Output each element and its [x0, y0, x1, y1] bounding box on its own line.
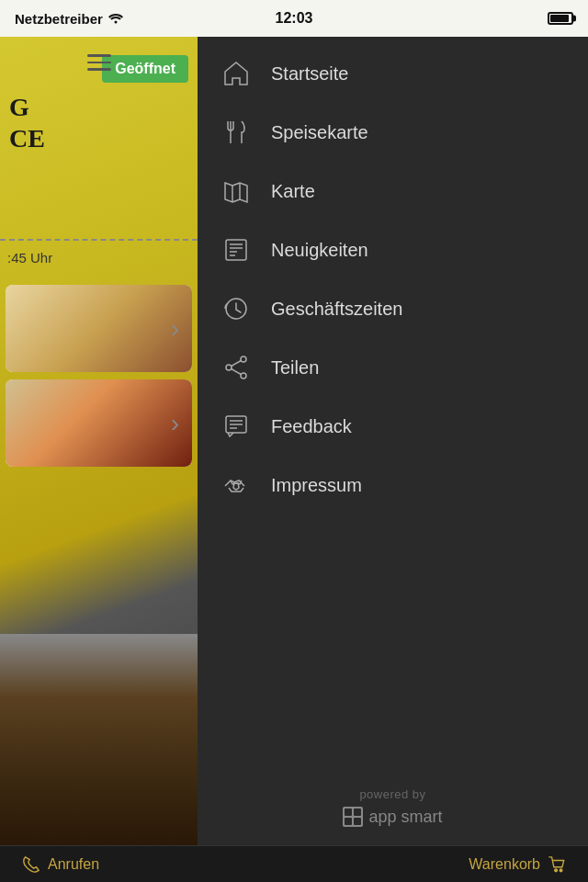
status-bar: Netzbetreiber 12:03	[0, 0, 588, 37]
menu-label-geschaeftszeiten: Geschäftszeiten	[271, 299, 402, 320]
menu-label-startseite: Startseite	[271, 63, 348, 85]
home-icon	[220, 57, 253, 90]
menu-item-feedback[interactable]: Feedback	[198, 397, 588, 456]
restaurant-logo: G CE	[9, 92, 45, 153]
menu-item-karte[interactable]: Karte	[198, 162, 588, 220]
food-card-bg-2	[6, 379, 192, 467]
menu-label-impressum: Impressum	[271, 475, 362, 496]
svg-rect-5	[226, 240, 246, 260]
phone-icon	[22, 855, 40, 874]
hamburger-line-3	[87, 68, 111, 71]
menu-label-speisekarte: Speisekarte	[271, 122, 368, 143]
menu-label-teilen: Teilen	[271, 357, 319, 379]
left-panel: Geöffnet G CE :45 Uhr › ›	[0, 37, 198, 845]
chevron-right-icon-1: ›	[171, 314, 179, 344]
right-panel: Startseite Speisekarte	[198, 37, 588, 845]
food-cards: › ›	[0, 285, 198, 467]
menu-item-impressum[interactable]: Impressum	[198, 456, 588, 514]
menu-item-teilen[interactable]: Teilen	[198, 338, 588, 397]
svg-point-20	[555, 869, 558, 872]
clock-icon	[220, 292, 253, 325]
food-card-1[interactable]: ›	[6, 285, 192, 372]
call-button[interactable]: Anrufen	[22, 855, 99, 874]
svg-point-12	[241, 373, 246, 379]
svg-point-21	[560, 869, 562, 872]
hamburger-line-2	[87, 62, 111, 64]
food-card-2[interactable]: ›	[6, 379, 192, 467]
share-icon	[220, 351, 253, 384]
menu-list: Startseite Speisekarte	[198, 37, 588, 760]
bottom-bar: Anrufen Warenkorb	[0, 845, 588, 882]
carrier-text: Netzbetreiber	[15, 11, 103, 27]
svg-point-0	[114, 21, 117, 24]
menu-label-karte: Karte	[271, 181, 315, 202]
clock: 12:03	[276, 10, 313, 27]
dashed-divider	[0, 239, 198, 241]
map-icon	[220, 175, 253, 208]
bottom-food-image	[0, 634, 198, 845]
battery-icon	[548, 12, 573, 25]
food-card-bg-1	[6, 285, 192, 372]
news-icon	[220, 233, 253, 266]
wifi-icon	[108, 13, 123, 24]
main-container: Geöffnet G CE :45 Uhr › ›	[0, 37, 588, 845]
handshake-icon	[220, 469, 253, 502]
call-label: Anrufen	[48, 856, 99, 873]
svg-line-14	[232, 361, 242, 367]
cart-icon	[548, 855, 566, 874]
svg-point-11	[241, 356, 246, 362]
appsmart-icon	[343, 807, 363, 827]
appsmart-logo: app smart	[343, 807, 442, 827]
menu-item-neuigkeiten[interactable]: Neuigkeiten	[198, 220, 588, 279]
carrier-wifi: Netzbetreiber	[15, 11, 123, 27]
cart-label: Warenkorb	[469, 856, 540, 873]
menu-item-speisekarte[interactable]: Speisekarte	[198, 103, 588, 162]
fork-icon	[220, 116, 253, 149]
powered-by-text: powered by	[359, 787, 425, 801]
svg-point-13	[226, 365, 232, 370]
feedback-icon	[220, 410, 253, 443]
svg-line-15	[232, 369, 242, 375]
chevron-right-icon-2: ›	[171, 409, 179, 438]
hamburger-button[interactable]	[81, 44, 118, 81]
hamburger-line-1	[87, 54, 111, 57]
cart-button[interactable]: Warenkorb	[469, 855, 566, 874]
menu-label-neuigkeiten: Neuigkeiten	[271, 240, 368, 261]
time-text: :45 Uhr	[7, 250, 52, 266]
menu-label-feedback: Feedback	[271, 416, 352, 437]
battery-area	[548, 12, 573, 25]
menu-item-geschaeftszeiten[interactable]: Geschäftszeiten	[198, 279, 588, 338]
menu-item-startseite[interactable]: Startseite	[198, 44, 588, 103]
powered-by-section: powered by app smart	[198, 760, 588, 845]
appsmart-text: app smart	[368, 808, 442, 827]
